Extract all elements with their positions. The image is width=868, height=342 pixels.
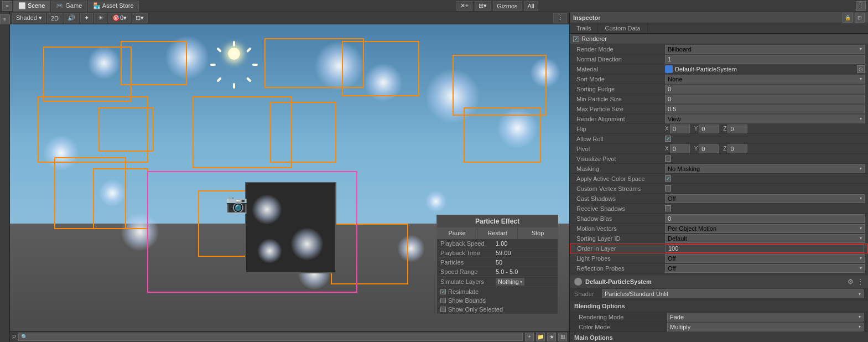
render-mode-dropdown[interactable]: Billboard ▾ (665, 45, 865, 54)
blending-options-header: Blending Options (570, 300, 868, 312)
shadow-bias-value[interactable]: 0 (665, 214, 865, 223)
all-btn[interactable]: All (524, 1, 538, 11)
pivot-x-value[interactable]: 0 (670, 144, 690, 153)
pause-button[interactable]: Pause (437, 227, 477, 239)
simulate-layers-dropdown[interactable]: Nothing ▾ (496, 278, 524, 286)
shadow-bias-label: Shadow Bias (576, 215, 665, 222)
audio-btn[interactable]: 🔊 (64, 13, 79, 23)
playback-time-value: 59.00 (496, 250, 511, 256)
layer-btn[interactable]: 🎯0▾ (108, 13, 131, 23)
sorting-layer-id-dropdown[interactable]: Default ▾ (665, 234, 865, 243)
project-folder-btn[interactable]: 📁 (536, 333, 545, 341)
renderer-section-header[interactable]: ✓ Renderer (570, 34, 868, 44)
restart-button[interactable]: Restart (477, 227, 518, 239)
grid-btn[interactable]: ⊟▾ (132, 13, 148, 23)
material-label: Material (576, 66, 665, 72)
renderer-checkbox[interactable]: ✓ (573, 36, 579, 42)
flip-x-value[interactable]: 0 (670, 125, 690, 133)
dark-particle-3 (257, 239, 282, 263)
tab-game[interactable]: 🎮 Game (51, 1, 87, 12)
project-label: P (12, 334, 16, 340)
sorting-fudge-value[interactable]: 0 (665, 85, 865, 94)
visualize-pivot-label: Visualize Pivot (576, 156, 665, 162)
project-search-input[interactable] (18, 333, 523, 341)
gizmos-btn[interactable]: Gizmos (493, 1, 521, 11)
more-options-btn[interactable]: ⋮ (856, 1, 866, 11)
more-scene-btn[interactable]: ⋮ (553, 13, 567, 23)
project-grid-btn[interactable]: ⊞ (558, 333, 567, 341)
normal-direction-row: Normal Direction 1 (570, 54, 868, 64)
scene-toolbar: Shaded ▾ 2D 🔊 ✦ ☀ 🎯0▾ ⊟▾ ⋮ (10, 12, 569, 24)
tab-trails[interactable]: Trails (570, 23, 598, 33)
render-alignment-dropdown[interactable]: View ▾ (665, 115, 865, 123)
custom-vertex-streams-checkbox[interactable] (665, 185, 671, 191)
shader-dropdown[interactable]: Particles/Standard Unlit ▾ (602, 289, 864, 298)
light-probes-arrow: ▾ (860, 256, 862, 261)
rendering-mode-dropdown[interactable]: Fade ▾ (667, 313, 864, 322)
stop-button[interactable]: Stop (518, 227, 558, 239)
inspector-close-btn[interactable]: ⊟ (855, 13, 865, 23)
inspector-lock-btn[interactable]: 🔒 (843, 13, 853, 23)
normal-direction-value[interactable]: 1 (665, 55, 865, 64)
motion-vectors-label: Motion Vectors (576, 225, 665, 232)
pivot-y-label: Y (694, 146, 698, 152)
apply-color-space-checkbox[interactable]: ✓ (665, 175, 671, 182)
motion-vectors-dropdown[interactable]: Per Object Motion ▾ (665, 224, 865, 233)
sort-mode-dropdown[interactable]: None ▾ (665, 75, 865, 84)
reflection-probes-dropdown[interactable]: Off ▾ (665, 264, 865, 273)
min-particle-size-value[interactable]: 0 (665, 95, 865, 103)
material-value[interactable]: Default-ParticleSystem (675, 66, 857, 72)
settings-icon[interactable]: ⚙ (848, 278, 854, 286)
light-probes-dropdown[interactable]: Off ▾ (665, 254, 865, 263)
color-mode-arrow: ▾ (859, 324, 861, 329)
transform-tool-btn[interactable]: ✕+ (456, 1, 472, 11)
inspector-title: Inspector (573, 14, 601, 21)
sorting-layer-id-value: Default (668, 235, 687, 242)
color-mode-dropdown[interactable]: Multiply ▾ (667, 323, 864, 331)
menu-icon[interactable]: ⋮ (857, 278, 864, 286)
scene-canvas[interactable]: 📷 Particle Effect Pause Restart Stop Pla… (10, 24, 569, 331)
receive-shadows-row: Receive Shadows (570, 204, 868, 214)
material-link-btn[interactable]: ◎ (857, 65, 865, 73)
apply-color-space-row: Apply Active Color Space ✓ (570, 174, 868, 184)
show-only-selected-label: Show Only Selected (448, 306, 503, 313)
effects-btn[interactable]: ✦ (80, 13, 93, 23)
flip-y-label: Y (694, 126, 698, 132)
show-bounds-checkbox[interactable] (440, 298, 446, 303)
scene-view: Shaded ▾ 2D 🔊 ✦ ☀ 🎯0▾ ⊟▾ ⋮ (10, 12, 569, 342)
resimulate-checkbox[interactable]: ✓ (440, 289, 446, 294)
flip-z-value[interactable]: 0 (727, 125, 747, 133)
tab-custom-data[interactable]: Custom Data (598, 23, 647, 33)
visualize-pivot-checkbox[interactable] (665, 156, 671, 162)
apply-color-space-label: Apply Active Color Space (576, 175, 665, 182)
material-subsection-title: Default-ParticleSystem (585, 278, 844, 285)
tab-scene[interactable]: ⬜ Scene (13, 1, 50, 12)
top-bar-left: ≡ ⬜ Scene 🎮 Game 🏪 Asset Store (0, 1, 141, 12)
shading-dropdown[interactable]: Shaded ▾ (12, 13, 46, 23)
pivot-row: Pivot X 0 Y 0 Z 0 (570, 144, 868, 154)
order-in-layer-value[interactable]: 100 (666, 244, 864, 253)
hamburger-menu[interactable]: ≡ (2, 1, 12, 11)
playback-time-row: Playback Time 59.00 (437, 248, 558, 258)
2d-btn[interactable]: 2D (47, 13, 63, 23)
left-bar-menu[interactable]: ≡ (0, 14, 10, 24)
allow-roll-checkbox[interactable]: ✓ (665, 136, 671, 142)
receive-shadows-checkbox[interactable] (665, 205, 671, 211)
max-particle-size-value[interactable]: 0.5 (665, 105, 865, 113)
flip-y-value[interactable]: 0 (699, 125, 719, 133)
cast-shadows-arrow: ▾ (860, 196, 862, 201)
cast-shadows-dropdown[interactable]: Off ▾ (665, 194, 865, 203)
cast-shadows-label: Cast Shadows (576, 195, 665, 202)
view-mode-btn[interactable]: ⊞▾ (475, 1, 491, 11)
scene-gizmos-btn[interactable]: ☀ (94, 13, 107, 23)
material-subsection-header[interactable]: Default-ParticleSystem ⚙ ⋮ (570, 276, 868, 288)
tab-asset-store[interactable]: 🏪 Asset Store (88, 1, 138, 12)
pivot-z-value[interactable]: 0 (727, 144, 747, 153)
masking-dropdown[interactable]: No Masking ▾ (665, 164, 865, 173)
project-star-btn[interactable]: ★ (547, 333, 556, 341)
sun-object (220, 40, 248, 68)
pivot-y-value[interactable]: 0 (699, 144, 719, 153)
project-add-btn[interactable]: + (525, 333, 534, 341)
show-only-selected-checkbox[interactable] (440, 307, 446, 312)
sorting-fudge-label: Sorting Fudge (576, 86, 665, 92)
